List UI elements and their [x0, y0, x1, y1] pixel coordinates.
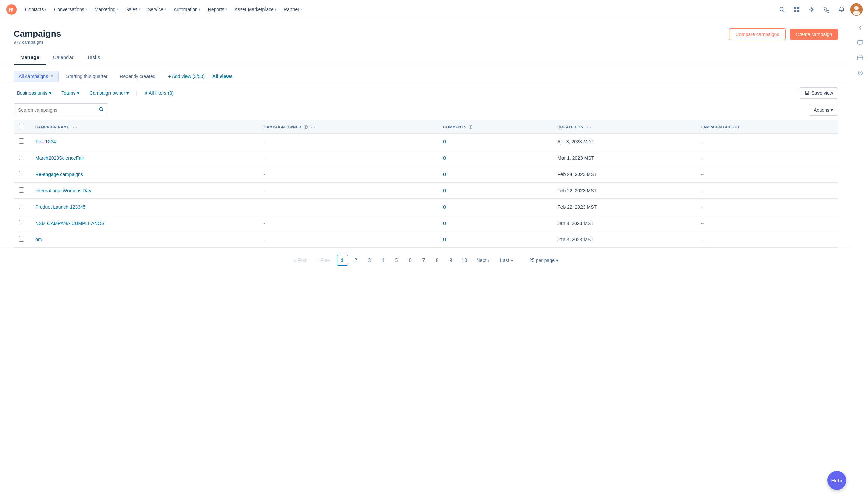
nav-sales[interactable]: Sales ▾: [122, 5, 144, 14]
page-6[interactable]: 6: [405, 255, 416, 266]
row-checkbox[interactable]: [19, 187, 24, 193]
select-all-checkbox[interactable]: [19, 124, 24, 129]
th-comments[interactable]: COMMENTS ⓘ: [438, 120, 552, 134]
prev-page-button[interactable]: ‹ Prev: [313, 255, 334, 265]
filter-bar: Business units ▾ Teams ▾ Campaign owner …: [0, 82, 852, 104]
next-page-button[interactable]: Next ›: [473, 255, 493, 265]
page-10[interactable]: 10: [459, 255, 470, 266]
sidebar-collapse-button[interactable]: [854, 22, 866, 34]
comments-link[interactable]: 0: [443, 237, 446, 242]
row-checkbox[interactable]: [19, 155, 24, 160]
search-box[interactable]: [14, 104, 108, 116]
th-campaign-name[interactable]: CAMPAIGN NAME ▲▼: [30, 120, 258, 134]
campaign-owner-filter[interactable]: Campaign owner ▾: [86, 88, 133, 98]
notifications-icon-button[interactable]: [836, 3, 847, 16]
row-checkbox[interactable]: [19, 171, 24, 176]
comments-cell: 0: [438, 215, 552, 231]
per-page-selector[interactable]: 25 per page ▾: [525, 255, 562, 265]
nav-contacts[interactable]: Contacts ▾: [22, 5, 50, 14]
nav-partner[interactable]: Partner ▾: [280, 5, 306, 14]
campaign-name-link[interactable]: Re-engage campaigns: [35, 172, 83, 177]
actions-dropdown-button[interactable]: Actions ▾: [809, 104, 838, 116]
nav-conversations[interactable]: Conversations ▾: [51, 5, 91, 14]
nav-marketing[interactable]: Marketing ▾: [91, 5, 121, 14]
th-campaign-owner[interactable]: CAMPAIGN OWNER ⓘ ▲▼: [258, 120, 438, 134]
create-campaign-button[interactable]: Create campaign: [790, 29, 838, 40]
campaigns-table: CAMPAIGN NAME ▲▼ CAMPAIGN OWNER ⓘ ▲▼ COM…: [14, 120, 838, 248]
campaign-name-cell: International Womens Day: [30, 183, 258, 199]
comments-cell: 0: [438, 134, 552, 150]
search-icon-button[interactable]: [776, 3, 788, 16]
tab-tasks[interactable]: Tasks: [80, 50, 107, 65]
row-checkbox[interactable]: [19, 236, 24, 241]
nav-service[interactable]: Service ▾: [144, 5, 170, 14]
th-created-on[interactable]: CREATED ON ▲▼: [552, 120, 695, 134]
campaign-name-link[interactable]: Product Launch 123345: [35, 204, 86, 210]
tab-calendar[interactable]: Calendar: [46, 50, 80, 65]
campaign-name-link[interactable]: March2023ScienceFair: [35, 155, 84, 161]
first-page-button[interactable]: « First: [289, 255, 310, 265]
chevron-down-icon: ▾: [49, 90, 51, 96]
sidebar-chat-button[interactable]: [854, 37, 866, 49]
search-icon[interactable]: [99, 106, 104, 113]
page-4[interactable]: 4: [378, 255, 389, 266]
nav-reports[interactable]: Reports ▾: [204, 5, 230, 14]
page-7[interactable]: 7: [418, 255, 429, 266]
row-checkbox[interactable]: [19, 220, 24, 225]
sidebar-clock-button[interactable]: [854, 66, 866, 79]
hubspot-logo[interactable]: [5, 3, 18, 16]
page-2[interactable]: 2: [351, 255, 361, 266]
save-view-button[interactable]: 🖫 Save view: [800, 87, 838, 99]
comments-link[interactable]: 0: [443, 221, 446, 226]
campaign-name-cell: NSM CAMPAÑA CUMPLEAÑOS: [30, 215, 258, 231]
views-bar: All campaigns ✕ Starting this quarter Re…: [0, 65, 852, 82]
close-view-icon[interactable]: ✕: [50, 74, 54, 79]
campaign-name-cell: Re-engage campaigns: [30, 166, 258, 183]
comments-link[interactable]: 0: [443, 172, 446, 177]
campaign-owner-cell: -: [258, 231, 438, 248]
help-button[interactable]: Help: [827, 471, 846, 490]
last-page-button[interactable]: Last »: [496, 255, 517, 265]
page-8[interactable]: 8: [432, 255, 443, 266]
nav-asset-marketplace[interactable]: Asset Marketplace ▾: [231, 5, 280, 14]
campaign-name-link[interactable]: NSM CAMPAÑA CUMPLEAÑOS: [35, 221, 104, 226]
page-5[interactable]: 5: [391, 255, 402, 266]
campaign-owner-cell: -: [258, 134, 438, 150]
all-views-button[interactable]: All views: [212, 74, 232, 79]
business-units-filter[interactable]: Business units ▾: [14, 88, 55, 98]
page-1[interactable]: 1: [337, 255, 348, 266]
budget-cell: --: [695, 150, 838, 166]
user-avatar[interactable]: [850, 3, 863, 16]
tab-manage[interactable]: Manage: [14, 50, 46, 65]
comments-link[interactable]: 0: [443, 139, 446, 145]
pagination: « First ‹ Prev 1 2 3 4 5 6 7 8 9 10 Next…: [0, 248, 852, 272]
search-input[interactable]: [18, 107, 96, 113]
view-all-campaigns[interactable]: All campaigns ✕: [14, 70, 59, 82]
campaign-name-link[interactable]: Test 1234: [35, 139, 56, 145]
campaign-name-link[interactable]: International Womens Day: [35, 188, 91, 193]
row-checkbox[interactable]: [19, 204, 24, 209]
campaign-name-link[interactable]: bm: [35, 237, 42, 242]
page-3[interactable]: 3: [364, 255, 375, 266]
teams-filter[interactable]: Teams ▾: [58, 88, 82, 98]
settings-icon-button[interactable]: [806, 3, 818, 16]
row-checkbox-cell: [14, 183, 30, 199]
compare-campaigns-button[interactable]: Compare campaigns: [729, 28, 786, 40]
prev-icon: ‹: [317, 258, 319, 263]
last-page-icon: »: [510, 258, 513, 263]
table-row: bm - 0 Jan 3, 2023 MST --: [14, 231, 838, 248]
phone-icon-button[interactable]: [820, 3, 833, 16]
comments-link[interactable]: 0: [443, 204, 446, 210]
view-starting-this-quarter[interactable]: Starting this quarter: [62, 71, 112, 82]
comments-link[interactable]: 0: [443, 155, 446, 161]
page-9[interactable]: 9: [445, 255, 456, 266]
sidebar-calendar-button[interactable]: [854, 52, 866, 64]
add-view-button[interactable]: + Add view (3/50): [166, 71, 207, 82]
view-recently-created[interactable]: Recently created: [115, 71, 160, 82]
row-checkbox[interactable]: [19, 139, 24, 144]
grid-icon-button[interactable]: [791, 3, 803, 16]
all-filters-button[interactable]: ⊞ All filters (0): [141, 88, 177, 98]
comments-link[interactable]: 0: [443, 188, 446, 193]
nav-automation[interactable]: Automation ▾: [170, 5, 204, 14]
filter-bar-left: Business units ▾ Teams ▾ Campaign owner …: [14, 88, 177, 98]
